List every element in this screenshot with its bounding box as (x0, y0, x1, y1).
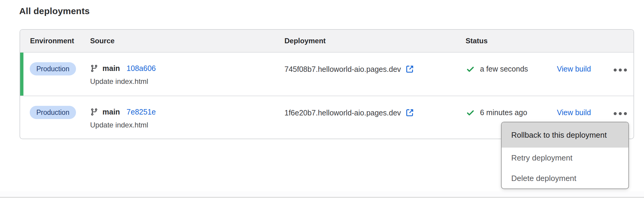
deployment-cell: 745f08b7.helloworld-aio.pages.dev (284, 65, 414, 74)
view-build-link[interactable]: View build (557, 108, 591, 117)
column-header-deployment: Deployment (284, 37, 326, 45)
commit-message: Update index.html (90, 77, 156, 86)
table-row: Production main 108a606 Update index.htm… (20, 53, 633, 96)
check-icon (466, 65, 475, 74)
page-title: All deployments (19, 6, 90, 16)
deployment-cell: 1f6e20b7.helloworld-aio.pages.dev (284, 108, 414, 117)
source-cell: main 7e8251e Update index.html (90, 106, 156, 129)
menu-item-rollback[interactable]: Rollback to this deployment (502, 122, 628, 148)
overflow-menu-button[interactable] (609, 108, 631, 119)
page-bottom-divider (0, 197, 644, 198)
view-build-link[interactable]: View build (557, 65, 591, 73)
column-header-status: Status (466, 37, 488, 45)
check-icon (466, 109, 475, 117)
commit-link[interactable]: 108a606 (126, 64, 156, 73)
status-time: a few seconds (480, 65, 528, 73)
branch-name: main (102, 108, 120, 116)
commit-message: Update index.html (90, 121, 156, 129)
menu-item-delete[interactable]: Delete deployment (502, 168, 628, 188)
ellipsis-icon (614, 112, 617, 115)
status-time: 6 minutes ago (480, 108, 527, 117)
overflow-menu-button[interactable] (609, 65, 631, 75)
page-footer-band (0, 191, 644, 197)
ellipsis-icon (614, 69, 617, 72)
column-header-environment: Environment (30, 37, 74, 45)
source-cell: main 108a606 Update index.html (90, 62, 156, 86)
environment-badge: Production (30, 62, 76, 75)
table-header-row: Environment Source Deployment Status (20, 30, 633, 53)
commit-link[interactable]: 7e8251e (126, 108, 156, 116)
deployment-url: 1f6e20b7.helloworld-aio.pages.dev (284, 109, 401, 117)
current-deployment-indicator (20, 53, 23, 96)
environment-badge: Production (30, 106, 76, 119)
menu-item-retry[interactable]: Retry deployment (502, 148, 628, 168)
deployment-actions-menu: Rollback to this deployment Retry deploy… (501, 122, 629, 189)
branch-name: main (102, 64, 120, 73)
external-link-icon[interactable] (405, 108, 414, 117)
git-branch-icon (90, 108, 98, 116)
git-branch-icon (90, 64, 98, 72)
external-link-icon[interactable] (405, 65, 414, 74)
deployment-url: 745f08b7.helloworld-aio.pages.dev (284, 65, 401, 74)
column-header-source: Source (90, 37, 114, 45)
